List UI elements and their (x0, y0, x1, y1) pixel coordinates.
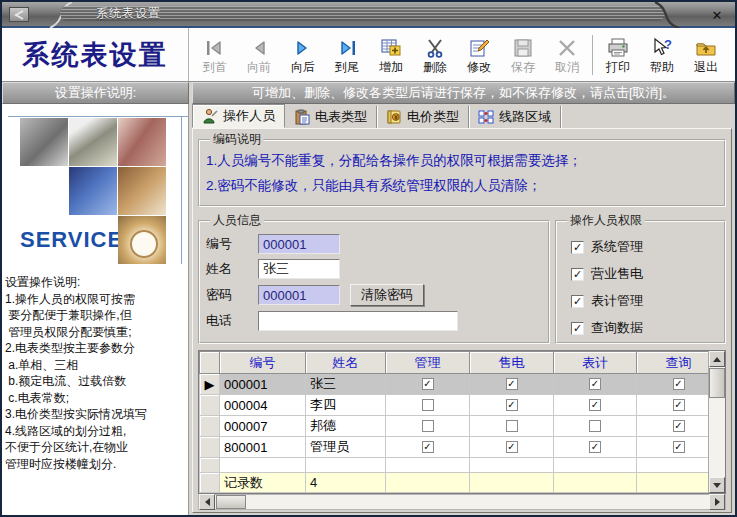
nav-first-icon (204, 36, 226, 60)
titlebar[interactable]: 系统表设置 ✕ (2, 2, 735, 28)
photo-tile-pocket-watch (118, 216, 166, 264)
vertical-scroll-track[interactable] (709, 398, 725, 477)
permission-item: ✓系统管理 (571, 238, 718, 256)
titlebar-stripe-band: 系统表设置 (60, 6, 665, 21)
person-info-box: 人员信息 编号 姓名 密码 清除密码 (198, 212, 550, 344)
tab-operator[interactable]: 操作人员 (192, 104, 285, 128)
grid-column-header[interactable]: 查询 (637, 352, 709, 374)
grid-checkbox[interactable]: ✓ (422, 378, 434, 390)
toolbar-button-modify[interactable]: 修改 (457, 31, 501, 79)
app-window: 系统表设置 ✕ 系统表设置 到首向前向后到尾增加删除修改保存取消打印?帮助退出 … (0, 0, 737, 517)
area-icon (478, 109, 494, 125)
cell-permission: ✓ (554, 437, 637, 458)
table-row[interactable]: ▶000001张三✓✓✓✓ (200, 374, 709, 395)
app-logo-icon (9, 7, 29, 22)
horizontal-scroll-thumb[interactable] (216, 495, 246, 509)
row-indicator (200, 395, 220, 416)
cancel-icon (556, 36, 578, 60)
grid-checkbox[interactable]: ✓ (506, 378, 518, 390)
exit-icon (695, 36, 717, 60)
cell-permission (386, 395, 470, 416)
toolbar-button-label: 打印 (606, 61, 630, 74)
grid-checkbox[interactable]: ✓ (589, 378, 601, 390)
modify-icon (468, 36, 490, 60)
vertical-scrollbar[interactable] (708, 351, 725, 493)
toolbar-button-label: 修改 (467, 61, 491, 74)
table-row[interactable]: 000007邦德✓ (200, 416, 709, 437)
scroll-right-button[interactable] (709, 494, 725, 510)
toolbar-button-label: 增加 (379, 61, 403, 74)
coding-box-legend: 编码说明 (210, 131, 264, 148)
name-field[interactable] (258, 259, 340, 279)
grid-indicator-header (200, 352, 220, 374)
toolbar-button-exit[interactable]: 退出 (684, 31, 728, 79)
tab-price-type[interactable]: ¥电价类型 (377, 106, 469, 128)
permission-checkbox[interactable]: ✓ (571, 241, 584, 254)
grid-checkbox[interactable]: ✓ (589, 441, 601, 453)
tab-label: 电表类型 (315, 108, 367, 126)
toolbar-button-print[interactable]: 打印 (596, 31, 640, 79)
toolbar-button-nav-last[interactable]: 到尾 (325, 31, 369, 79)
grid-checkbox[interactable]: ✓ (673, 399, 685, 411)
ledger-icon: ¥ (386, 109, 402, 125)
table-row[interactable]: 000004李四✓✓✓ (200, 395, 709, 416)
photo-tile-keyboard (69, 167, 117, 215)
password-field (258, 285, 340, 305)
toolbar-button-add[interactable]: 增加 (369, 31, 413, 79)
permission-checkbox[interactable]: ✓ (571, 268, 584, 281)
permission-checkbox[interactable]: ✓ (571, 322, 584, 335)
coding-note-line: 1.人员编号不能重复，分配给各操作员的权限可根据需要选择； (206, 148, 718, 173)
phone-field[interactable] (258, 311, 458, 331)
toolbar-button-nav-next[interactable]: 向后 (281, 31, 325, 79)
scroll-up-button[interactable] (709, 351, 725, 367)
id-label: 编号 (206, 235, 258, 253)
grid-checkbox[interactable] (422, 399, 434, 411)
id-field (258, 234, 340, 254)
coding-box: 编码说明 1.人员编号不能重复，分配给各操作员的权限可根据需要选择；2.密码不能… (198, 131, 726, 207)
grid-checkbox[interactable]: ✓ (673, 420, 685, 432)
grid-checkbox[interactable] (506, 420, 518, 432)
cell-id: 000007 (220, 416, 306, 437)
grid-empty-row (200, 458, 709, 473)
grid-checkbox[interactable]: ✓ (506, 441, 518, 453)
grid-checkbox[interactable]: ✓ (422, 441, 434, 453)
horizontal-scrollbar[interactable] (198, 494, 726, 510)
cell-permission: ✓ (386, 437, 470, 458)
grid-checkbox[interactable] (422, 420, 434, 432)
close-icon[interactable]: ✕ (708, 6, 726, 24)
permission-checkbox[interactable]: ✓ (571, 295, 584, 308)
toolbar-button-label: 到首 (203, 61, 227, 74)
tab-label: 线路区域 (499, 108, 551, 126)
grid-checkbox[interactable]: ✓ (673, 378, 685, 390)
svg-text:?: ? (664, 37, 672, 52)
sidebar-note-line: 4.线路区域的划分过粗, (5, 423, 188, 440)
sidebar-note-line: 2.电表类型按主要参数分 (5, 340, 188, 357)
grid-checkbox[interactable]: ✓ (589, 399, 601, 411)
grid-checkbox[interactable]: ✓ (506, 399, 518, 411)
scroll-left-button[interactable] (199, 494, 215, 510)
cell-permission: ✓ (386, 374, 470, 395)
clear-password-button[interactable]: 清除密码 (350, 284, 424, 306)
grid-checkbox[interactable]: ✓ (673, 441, 685, 453)
print-icon (607, 36, 629, 60)
toolbar-button-help[interactable]: ?帮助 (640, 31, 684, 79)
permissions-box-legend: 操作人员权限 (567, 212, 645, 229)
grid-column-header[interactable]: 姓名 (306, 352, 386, 374)
vertical-scroll-thumb[interactable] (709, 368, 725, 398)
grid-checkbox[interactable] (589, 420, 601, 432)
delete-icon (424, 36, 446, 60)
sidebar-note-line: 设置操作说明: (5, 274, 188, 291)
add-icon (380, 36, 402, 60)
scroll-down-button[interactable] (709, 477, 725, 493)
table-row[interactable]: 800001管理员✓✓✓✓ (200, 437, 709, 458)
toolbar-button-delete[interactable]: 删除 (413, 31, 457, 79)
toolbar-button-label: 退出 (694, 61, 718, 74)
tab-meter-type[interactable]: 电表类型 (285, 106, 377, 128)
grid-column-header[interactable]: 管理 (386, 352, 470, 374)
grid-column-header[interactable]: 编号 (220, 352, 306, 374)
toolbar-button-label: 保存 (511, 61, 535, 74)
tab-line-area[interactable]: 线路区域 (469, 106, 561, 128)
photo-tile-tools (20, 118, 68, 166)
grid-column-header[interactable]: 售电 (470, 352, 554, 374)
grid-column-header[interactable]: 表计 (554, 352, 637, 374)
